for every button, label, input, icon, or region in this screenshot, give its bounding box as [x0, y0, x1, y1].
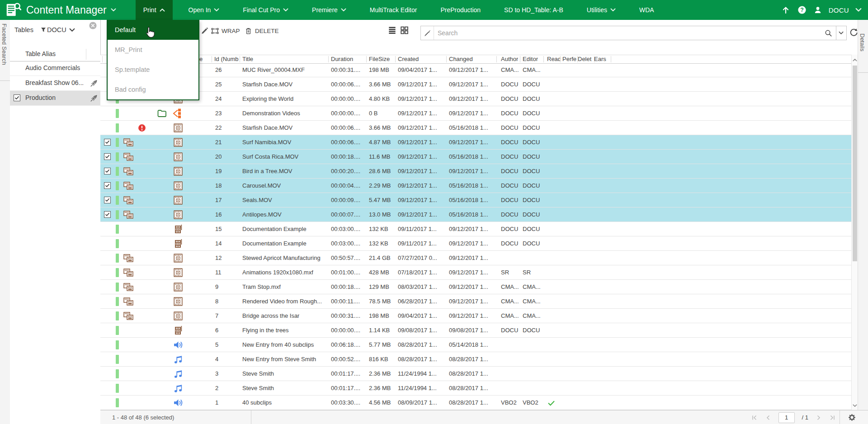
- table-row[interactable]: 23 Demonstration Videos 00:00:00.... 0 B…: [100, 106, 852, 121]
- table-row[interactable]: 8 Rendered Video from Rough... 00:00:11.…: [100, 294, 852, 309]
- close-icon[interactable]: [89, 22, 97, 29]
- page-number-input[interactable]: 1: [778, 412, 795, 423]
- print-menu-item[interactable]: Sp.template: [108, 60, 198, 80]
- faceted-search-tab[interactable]: Faceted Search: [1, 24, 8, 65]
- cell-id: 14: [215, 240, 222, 247]
- table-row[interactable]: 20 Surf Costa Rica.MOV 00:00:18.... 11.6…: [100, 150, 852, 164]
- header-author[interactable]: Author: [501, 56, 518, 62]
- header-delet[interactable]: Delet: [578, 56, 592, 62]
- next-page-icon[interactable]: [816, 415, 822, 421]
- row-checkbox[interactable]: [104, 182, 111, 189]
- row-checkbox[interactable]: [104, 139, 111, 146]
- menubar-item[interactable]: Utilities: [579, 0, 623, 20]
- grid-view-icon[interactable]: [399, 25, 410, 35]
- table-row[interactable]: 11 Animations 1920x1080.mxf 00:01:00....…: [100, 265, 852, 280]
- table-alias-header[interactable]: Table Alias: [10, 47, 100, 61]
- row-checkbox[interactable]: [104, 168, 111, 174]
- filter-icon[interactable]: [41, 27, 46, 33]
- table-row[interactable]: 6 Flying in the trees 00:00:00.... 1.14 …: [100, 323, 852, 338]
- table-row[interactable]: 14 Documentation Example 00:03:00.... 13…: [100, 236, 852, 251]
- delete-button[interactable]: DELETE: [244, 24, 279, 37]
- row-checkbox[interactable]: [104, 197, 111, 203]
- app-title-chevron-down-icon[interactable]: [111, 8, 116, 12]
- print-menu-item[interactable]: MR_Print: [108, 40, 198, 60]
- first-page-icon[interactable]: [751, 415, 758, 421]
- prev-page-icon[interactable]: [765, 415, 771, 421]
- search-icon[interactable]: [824, 29, 833, 38]
- menubar-item[interactable]: SD to HD_Table: A-B: [496, 0, 571, 20]
- header-id[interactable]: Id (Numb: [214, 56, 239, 62]
- alias-checkbox[interactable]: [14, 94, 20, 101]
- table-alias-row[interactable]: Audio Commercials: [10, 61, 100, 76]
- help-icon[interactable]: [797, 5, 807, 15]
- menubar-item[interactable]: MultiTrack Editor: [362, 0, 425, 20]
- table-row[interactable]: 3 Steve Smith 00:01:17.... 2.36 MB 11/24…: [100, 367, 852, 381]
- search-input[interactable]: [434, 29, 824, 37]
- scrollbar-thumb[interactable]: [853, 66, 857, 261]
- row-checkbox[interactable]: [104, 153, 111, 160]
- table-row[interactable]: 1 40 subclips 00:03:30.... 4.56 MB 08/09…: [100, 396, 852, 410]
- header-editor[interactable]: Editor: [523, 56, 538, 62]
- header-filesize[interactable]: FileSize: [369, 56, 390, 62]
- header-type[interactable]: e: [199, 56, 203, 62]
- header-ears[interactable]: Ears: [594, 56, 609, 62]
- details-tab[interactable]: Details: [859, 33, 866, 52]
- menubar-item[interactable]: Print: [136, 0, 173, 20]
- table-row[interactable]: 9 Tram Stop.mxf 00:00:18.... 129 MB 08/0…: [100, 280, 852, 294]
- header-changed[interactable]: Changed: [449, 56, 473, 62]
- scroll-up-icon[interactable]: [853, 58, 857, 61]
- user-chevron-down-icon[interactable]: [855, 8, 862, 12]
- table-row[interactable]: 16 Antilopes.MOV 00:00:07.... 13.0 MB 09…: [100, 207, 852, 222]
- rocket-slash-icon[interactable]: [90, 94, 98, 102]
- user-icon[interactable]: [813, 5, 822, 14]
- wand-icon[interactable]: [421, 26, 434, 40]
- list-view-icon[interactable]: [387, 25, 397, 35]
- table-row[interactable]: 17 Seals.MOV 00:00:09.... 5.47 MB 09/12/…: [100, 193, 852, 207]
- filter-chevron-down-icon[interactable]: [69, 28, 75, 32]
- header-read[interactable]: Read: [547, 56, 560, 62]
- table-row[interactable]: 21 Surf Namibia.MOV 00:00:06.... 4.87 MB…: [100, 135, 852, 150]
- scroll-down-icon[interactable]: [853, 404, 857, 407]
- table-row[interactable]: 5 New Entry from 40 subclips 00:06:18...…: [100, 338, 852, 352]
- table-row[interactable]: 22 Starfish Dace.MOV 00:00:06.... 3.66 M…: [100, 121, 852, 135]
- edit-pencil-icon[interactable]: [200, 26, 209, 35]
- table-row[interactable]: 15 Documentation Example 00:03:00.... 13…: [100, 222, 852, 236]
- menubar-item[interactable]: Premiere: [304, 0, 354, 20]
- table-row[interactable]: 4 New Entry from Steve Smith 00:00:52...…: [100, 352, 852, 367]
- tables-filter-value[interactable]: DOCU: [47, 26, 66, 33]
- settings-gear-icon[interactable]: [848, 413, 856, 422]
- print-menu-item[interactable]: Bad config: [108, 80, 198, 99]
- menubar-item[interactable]: Final Cut Pro: [235, 0, 296, 20]
- table-row[interactable]: 7 Bridge across the Isar 00:00:31.... 19…: [100, 309, 852, 323]
- cell-editor: DOCU: [523, 240, 540, 247]
- print-menu-item[interactable]: Default: [108, 20, 198, 40]
- menubar-item[interactable]: Open In: [181, 0, 227, 20]
- table-alias-row[interactable]: Breakfast Show 06...: [10, 76, 100, 91]
- cell-editor: VBO2: [523, 399, 538, 406]
- header-title[interactable]: Title: [242, 56, 253, 62]
- header-created[interactable]: Created: [398, 56, 419, 62]
- header-perf[interactable]: Perfe: [562, 56, 577, 62]
- table-row[interactable]: 18 Carousel.MOV 00:00:04.... 2.29 MB 09/…: [100, 179, 852, 193]
- refresh-icon[interactable]: [849, 28, 859, 37]
- header-duration[interactable]: Duration: [331, 56, 353, 62]
- upload-arrow-icon[interactable]: [781, 5, 791, 15]
- menubar-item[interactable]: WDA: [632, 0, 662, 20]
- cell-filesize: 0 B: [369, 110, 378, 117]
- row-checkbox[interactable]: [104, 211, 111, 218]
- table-row[interactable]: 25 Starfish Dace.MOV 00:00:06.... 3.66 M…: [100, 77, 852, 92]
- menubar-item[interactable]: PreProduction: [433, 0, 488, 20]
- table-row[interactable]: 2 Steve Smith 00:01:17.... 2.36 MB 11/24…: [100, 381, 852, 396]
- last-page-icon[interactable]: [829, 415, 835, 421]
- table-row[interactable]: 24 Exploring the World 00:00:00.... 4.80…: [100, 92, 852, 106]
- table-alias-row[interactable]: Production: [10, 91, 100, 106]
- wrap-button[interactable]: WRAP: [211, 24, 240, 37]
- app-title[interactable]: Content Manager: [26, 4, 107, 16]
- search-options-button[interactable]: [835, 26, 847, 40]
- user-name[interactable]: DOCU: [829, 6, 849, 14]
- vertical-scrollbar[interactable]: [851, 55, 858, 410]
- table-row[interactable]: 12 Stewed Apricot Manufacturing 00:50:57…: [100, 251, 852, 265]
- table-row[interactable]: 19 Bird in a Tree.MOV 00:00:20.... 28.6 …: [100, 164, 852, 179]
- table-row[interactable]: 26 MUC River_00004.MXF 00:00:31.... 198 …: [100, 63, 852, 77]
- rocket-slash-icon[interactable]: [90, 80, 98, 87]
